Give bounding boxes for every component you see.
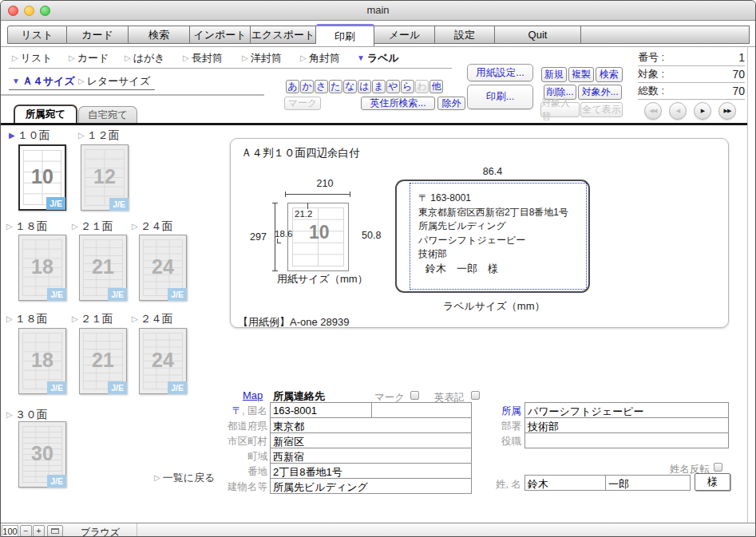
new-record-button[interactable]: 新規 bbox=[541, 67, 567, 82]
next-record-button[interactable]: ▶ bbox=[694, 102, 711, 120]
zoom-window-icon[interactable] bbox=[40, 6, 50, 16]
kana-key-ka[interactable]: か bbox=[300, 80, 314, 93]
kana-key-na[interactable]: な bbox=[343, 80, 357, 93]
separator bbox=[1, 46, 756, 47]
sheet-option-18b[interactable]: ▷１８面 bbox=[6, 312, 47, 326]
kana-key-ta[interactable]: た bbox=[329, 80, 342, 93]
map-link[interactable]: Map bbox=[243, 389, 263, 401]
reverse-name-checkbox[interactable] bbox=[714, 463, 722, 472]
print-button[interactable]: 印刷... bbox=[467, 85, 533, 109]
english-address-search-button[interactable]: 英住所検索... bbox=[361, 97, 435, 110]
kana-key-ha[interactable]: は bbox=[358, 80, 371, 93]
printtype-card[interactable]: ▷カード bbox=[69, 51, 109, 65]
close-icon[interactable] bbox=[8, 6, 18, 16]
zoom-level[interactable]: 100 bbox=[2, 525, 18, 537]
kana-key-a[interactable]: あ bbox=[286, 80, 299, 93]
sheet-thumb-24b[interactable]: 24J/E bbox=[139, 328, 187, 394]
sheet-thumb-10[interactable]: 10J/E bbox=[18, 144, 66, 211]
sheet-option-21[interactable]: ▷２１面 bbox=[72, 219, 113, 234]
tab-import[interactable]: インポート bbox=[190, 26, 251, 44]
sheet-thumb-21[interactable]: 21J/E bbox=[79, 235, 127, 301]
tab-find[interactable]: 検索 bbox=[129, 26, 190, 44]
swap-found-set-button[interactable]: 対象入替 bbox=[540, 102, 580, 117]
sheet-option-24b[interactable]: ▷２４面 bbox=[132, 312, 172, 326]
back-to-list-link[interactable]: ▷一覧に戻る bbox=[154, 471, 215, 485]
tab-list[interactable]: リスト bbox=[7, 26, 67, 44]
postal-mark-icon: 〒 bbox=[232, 405, 243, 417]
city-field[interactable]: 新宿区 bbox=[270, 432, 472, 448]
tab-card[interactable]: カード bbox=[67, 26, 129, 44]
printtype-square-envelope[interactable]: ▷角封筒 bbox=[300, 51, 340, 65]
mode-selector[interactable]: ブラウズ bbox=[81, 526, 120, 537]
job-title-field[interactable] bbox=[524, 432, 729, 448]
kana-key-wa[interactable]: わ bbox=[415, 80, 429, 93]
organization-field[interactable]: パワーシフトジェーピー bbox=[524, 402, 729, 418]
minimize-icon[interactable] bbox=[24, 6, 34, 16]
papersize-a4[interactable]: ▼Ａ４サイズ bbox=[12, 74, 75, 89]
prefecture-field[interactable]: 東京都 bbox=[270, 417, 472, 433]
mark-filter-button[interactable]: マーク bbox=[284, 97, 321, 110]
building-field[interactable]: 所属先ビルディング bbox=[270, 478, 472, 494]
sheet-thumb-18b[interactable]: 18J/E bbox=[18, 328, 66, 394]
sheet-thumb-30[interactable]: 30J/E bbox=[18, 421, 66, 488]
tab-mail[interactable]: メール bbox=[374, 26, 435, 44]
mark-checkbox[interactable] bbox=[410, 391, 419, 400]
sheet-thumb-21b[interactable]: 21J/E bbox=[79, 328, 127, 394]
tab-work-address[interactable]: 所属宛て bbox=[14, 105, 77, 123]
sheet-option-12[interactable]: ▷１２面 bbox=[78, 128, 119, 143]
kana-key-sa[interactable]: さ bbox=[315, 80, 328, 93]
find-record-button[interactable]: 検索 bbox=[596, 67, 623, 82]
show-all-button[interactable]: 全て表示 bbox=[580, 102, 623, 117]
kana-key-ya[interactable]: や bbox=[386, 80, 400, 93]
sheet-thumb-18[interactable]: 18J/E bbox=[18, 235, 66, 301]
sheet-option-24[interactable]: ▷２４面 bbox=[132, 219, 172, 234]
postal-code-field[interactable]: 163-8001 bbox=[270, 402, 372, 418]
last-name-field[interactable]: 鈴木 bbox=[524, 475, 606, 491]
sheet-option-18[interactable]: ▷１８面 bbox=[6, 219, 47, 234]
papersize-letter[interactable]: ▷レターサイズ bbox=[78, 74, 150, 89]
printtype-label-active[interactable]: ▼ラベル bbox=[357, 51, 399, 65]
honorific-selector[interactable]: 様 bbox=[695, 473, 730, 491]
country-field[interactable] bbox=[371, 402, 472, 418]
printtype-label: 洋封筒 bbox=[251, 52, 282, 64]
zoom-out-button[interactable]: − bbox=[20, 525, 32, 537]
tab-settings[interactable]: 設定 bbox=[435, 26, 495, 44]
printtype-long-envelope[interactable]: ▷長封筒 bbox=[183, 51, 223, 65]
sheet-option-21b[interactable]: ▷２１面 bbox=[72, 312, 113, 326]
counter-value: 70 bbox=[732, 85, 745, 97]
omit-record-button[interactable]: 対象外... bbox=[578, 85, 622, 100]
counter-value: 70 bbox=[732, 68, 745, 81]
first-name-field[interactable]: 一郎 bbox=[605, 475, 691, 491]
street-field[interactable]: 2丁目8番地1号 bbox=[270, 463, 472, 479]
printtype-western-envelope[interactable]: ▷洋封筒 bbox=[242, 51, 282, 65]
sheet-option-10[interactable]: ▶１０面 bbox=[9, 128, 49, 143]
tab-print[interactable]: 印刷 bbox=[316, 24, 374, 46]
sheet-thumb-24[interactable]: 24J/E bbox=[139, 235, 187, 301]
cell-height-value: 18.6 bbox=[275, 229, 292, 239]
printtype-list[interactable]: ▷リスト bbox=[12, 51, 53, 65]
exclude-button[interactable]: 除外 bbox=[437, 97, 465, 110]
printtype-postcard[interactable]: ▷はがき bbox=[125, 51, 165, 65]
last-record-button[interactable]: ▶▶ bbox=[718, 102, 736, 120]
zoom-in-button[interactable]: + bbox=[33, 525, 45, 537]
kana-key-ra[interactable]: ら bbox=[401, 80, 414, 93]
sheet-option-30[interactable]: ▷３０面 bbox=[6, 408, 47, 422]
tab-quit[interactable]: Quit bbox=[495, 26, 581, 44]
cell-width-value: 21.2 bbox=[295, 209, 312, 219]
tab-home-address[interactable]: 自宅宛て bbox=[78, 106, 137, 123]
department-field[interactable]: 技術部 bbox=[524, 417, 729, 433]
paper-setup-button[interactable]: 用紙設定... bbox=[467, 64, 533, 81]
previous-record-button[interactable]: ◀ bbox=[669, 102, 687, 120]
collapsed-triangle-icon: ▷ bbox=[6, 314, 13, 323]
district-field[interactable]: 西新宿 bbox=[270, 448, 472, 464]
kana-key-other[interactable]: 他 bbox=[429, 80, 443, 93]
kana-key-ma[interactable]: ま bbox=[372, 80, 386, 93]
sheet-thumb-12[interactable]: 12J/E bbox=[81, 144, 129, 211]
tab-export[interactable]: エクスポート bbox=[251, 26, 316, 44]
first-record-button[interactable]: ◀◀ bbox=[644, 102, 662, 120]
je-badge: J/E bbox=[46, 197, 65, 210]
duplicate-record-button[interactable]: 複製 bbox=[568, 67, 594, 82]
layout-mode-button[interactable] bbox=[47, 525, 63, 537]
sheet-count: 21 bbox=[92, 349, 114, 372]
english-notation-checkbox[interactable] bbox=[471, 391, 480, 400]
